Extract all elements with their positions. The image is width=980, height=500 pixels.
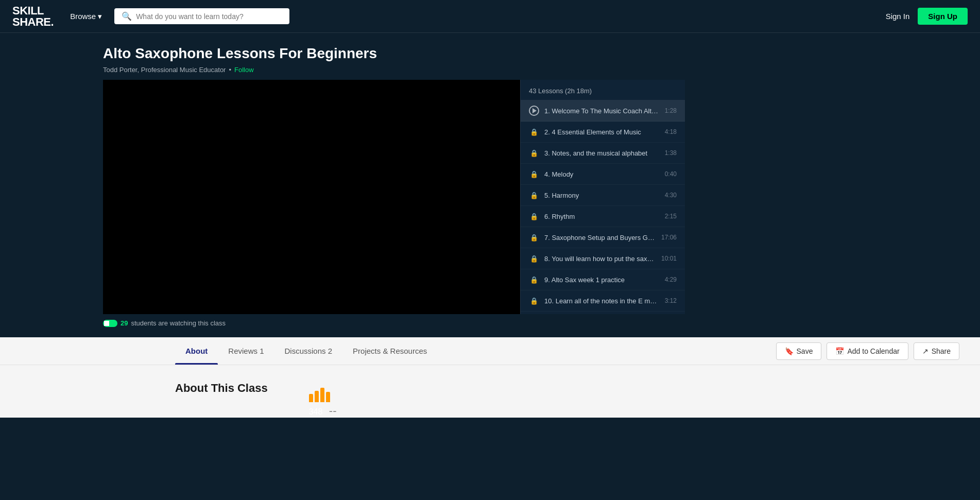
lesson-title: 2. 4 Essential Elements of Music	[544, 128, 660, 136]
lesson-count: 43 Lessons (2h 18m)	[521, 80, 685, 100]
watching-count: 29	[121, 319, 128, 327]
lesson-duration: 4:30	[665, 192, 677, 199]
lock-icon: 🔒	[529, 253, 539, 264]
lesson-item[interactable]: 1. Welcome To The Music Coach Alto...1:2…	[521, 100, 685, 122]
lesson-title: 6. Rhythm	[544, 213, 660, 220]
search-icon: 🔍	[122, 11, 132, 21]
lesson-title: 4. Melody	[544, 170, 660, 178]
content-row: 43 Lessons (2h 18m) 1. Welcome To The Mu…	[0, 80, 980, 314]
save-button[interactable]: 🔖 Save	[776, 342, 822, 360]
lesson-item[interactable]: 🔒6. Rhythm2:15	[521, 206, 685, 227]
lesson-item[interactable]: 🔒5. Harmony4:30	[521, 185, 685, 206]
lesson-panel: 43 Lessons (2h 18m) 1. Welcome To The Mu…	[520, 80, 685, 314]
bar-3	[320, 388, 324, 402]
lesson-item[interactable]: 🔒9. Alto Sax week 1 practice4:29	[521, 269, 685, 290]
lock-icon: 🔒	[529, 296, 539, 306]
lesson-item[interactable]: 🔒3. Notes, and the musical alphabet1:38	[521, 143, 685, 164]
stats-area: 348 --	[309, 382, 337, 418]
lesson-item[interactable]: 🔒7. Saxophone Setup and Buyers Gu...17:0…	[521, 227, 685, 248]
tab-about[interactable]: About	[175, 337, 218, 365]
course-title: Alto Saxophone Lessons For Beginners	[103, 45, 980, 62]
lock-icon: 🔒	[529, 148, 539, 158]
tabs-container: AboutReviews 1Discussions 2Projects & Re…	[175, 337, 437, 365]
toggle-circle	[104, 321, 109, 326]
share-label: Share	[932, 347, 951, 355]
lock-icon: 🔒	[530, 276, 538, 284]
lesson-duration: 3:12	[665, 297, 677, 304]
about-section: About This Class 348 --	[0, 365, 980, 418]
separator: •	[229, 66, 231, 74]
instructor-line: Todd Porter, Professional Music Educator…	[103, 66, 980, 74]
watching-label: students are watching this class	[131, 319, 226, 327]
share-icon: ↗	[922, 347, 929, 355]
lesson-title: 8. You will learn how to put the saxo...	[544, 255, 656, 263]
follow-link[interactable]: Follow	[234, 66, 254, 74]
lock-icon: 🔒	[530, 255, 538, 263]
tabs-section: AboutReviews 1Discussions 2Projects & Re…	[0, 337, 980, 418]
bar-4	[326, 392, 330, 402]
lesson-title: 3. Notes, and the musical alphabet	[544, 149, 660, 157]
main-content: Alto Saxophone Lessons For Beginners Tod…	[0, 33, 980, 327]
rating-bars	[309, 386, 337, 402]
lock-icon: 🔒	[530, 149, 538, 157]
logo-line2: SHARE.	[12, 16, 54, 28]
lesson-item[interactable]: 🔒4. Melody0:40	[521, 164, 685, 185]
tab-projects[interactable]: Projects & Resources	[342, 337, 437, 365]
add-to-calendar-button[interactable]: 📅 Add to Calendar	[827, 342, 908, 360]
course-header: Alto Saxophone Lessons For Beginners Tod…	[0, 45, 980, 80]
tab-discussions[interactable]: Discussions 2	[274, 337, 343, 365]
lesson-title: 7. Saxophone Setup and Buyers Gu...	[544, 234, 656, 242]
browse-button[interactable]: Browse ▾	[66, 10, 106, 23]
sign-up-button[interactable]: Sign Up	[918, 8, 968, 25]
lesson-list[interactable]: 1. Welcome To The Music Coach Alto...1:2…	[521, 100, 685, 314]
tab-reviews[interactable]: Reviews 1	[218, 337, 274, 365]
lesson-duration: 1:28	[665, 107, 677, 114]
lesson-title: 10. Learn all of the notes in the E maj.…	[544, 297, 660, 305]
rating-number: 348	[309, 407, 323, 416]
play-icon	[529, 106, 539, 116]
tabs-bar: AboutReviews 1Discussions 2Projects & Re…	[0, 337, 980, 365]
about-title: About This Class	[175, 382, 268, 418]
share-button[interactable]: ↗ Share	[914, 342, 959, 360]
search-input[interactable]	[136, 12, 282, 21]
lock-icon: 🔒	[529, 274, 539, 285]
rating-dash: --	[329, 404, 337, 417]
lock-icon: 🔒	[530, 128, 538, 136]
bar-1	[309, 394, 313, 402]
instructor-name: Todd Porter, Professional Music Educator	[103, 66, 226, 74]
lesson-duration: 4:18	[665, 128, 677, 135]
lesson-duration: 4:29	[665, 276, 677, 283]
lock-icon: 🔒	[530, 297, 538, 305]
lock-icon: 🔒	[530, 192, 538, 199]
lock-icon: 🔒	[529, 232, 539, 243]
rating-stat: 348 --	[309, 386, 337, 418]
lock-icon: 🔒	[529, 169, 539, 179]
logo-line1: SKILL	[12, 5, 54, 16]
video-player[interactable]	[103, 80, 520, 314]
lesson-item[interactable]: 🔒8. You will learn how to put the saxo..…	[521, 248, 685, 269]
lesson-duration: 10:01	[661, 255, 677, 262]
watching-bar: 29 students are watching this class	[0, 314, 980, 327]
site-header: SKILL SHARE. Browse ▾ 🔍 Sign In Sign Up	[0, 0, 980, 33]
lock-icon: 🔒	[530, 170, 538, 178]
lock-icon: 🔒	[529, 127, 539, 137]
sign-in-button[interactable]: Sign In	[886, 12, 910, 21]
lock-icon: 🔒	[530, 234, 538, 242]
bookmark-icon: 🔖	[785, 347, 794, 355]
browse-label: Browse	[70, 12, 96, 21]
chevron-down-icon: ▾	[98, 12, 102, 21]
lesson-item[interactable]: 🔒2. 4 Essential Elements of Music4:18	[521, 122, 685, 143]
watching-toggle-icon	[103, 320, 117, 327]
lesson-item[interactable]: 🔒10. Learn all of the notes in the E maj…	[521, 290, 685, 312]
lesson-duration: 1:38	[665, 149, 677, 157]
lock-icon: 🔒	[529, 190, 539, 200]
lesson-title: 5. Harmony	[544, 192, 660, 199]
save-label: Save	[797, 347, 813, 355]
calendar-label: Add to Calendar	[847, 347, 899, 355]
calendar-icon: 📅	[835, 347, 844, 355]
bar-2	[315, 391, 319, 402]
logo: SKILL SHARE.	[12, 5, 54, 28]
lock-icon: 🔒	[529, 211, 539, 221]
lesson-title: 1. Welcome To The Music Coach Alto...	[544, 107, 660, 115]
lock-icon: 🔒	[530, 213, 538, 220]
